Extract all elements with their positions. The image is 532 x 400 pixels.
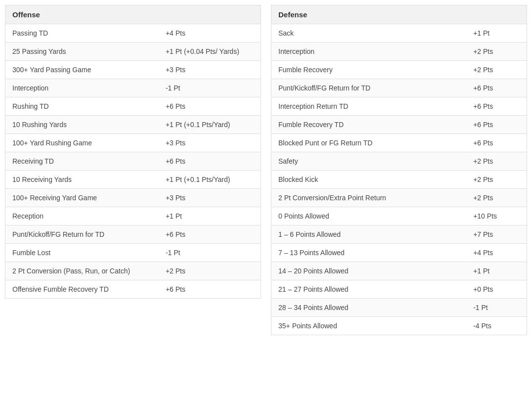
defense-row-value: +6 Pts [466,116,527,134]
defense-row-label: 7 – 13 Points Allowed [271,244,467,262]
offense-row-label: 300+ Yard Passing Game [5,61,159,79]
offense-row-label: 2 Pt Conversion (Pass, Run, or Catch) [5,262,159,280]
table-row: 1 – 6 Points Allowed+7 Pts [271,225,527,244]
offense-row-label: Offensive Fumble Recovery TD [5,280,159,299]
table-row: 25 Passing Yards+1 Pt (+0.04 Pts/ Yards) [5,43,261,61]
table-row: Interception Return TD+6 Pts [271,97,527,116]
offense-row-value: +3 Pts [159,189,261,207]
defense-row-value: +7 Pts [466,225,527,244]
defense-row-label: 1 – 6 Points Allowed [271,225,467,244]
offense-row-label: Receiving TD [5,152,159,171]
defense-row-label: 21 – 27 Points Allowed [271,280,467,299]
offense-row-label: Rushing TD [5,97,159,116]
table-row: Sack+1 Pt [271,24,527,43]
defense-row-value: +4 Pts [466,244,527,262]
table-row: Receiving TD+6 Pts [5,152,261,171]
defense-row-label: Interception Return TD [271,97,467,116]
defense-row-label: 2 Pt Conversion/Extra Point Return [271,189,467,207]
table-row: 10 Receiving Yards+1 Pt (+0.1 Pts/Yard) [5,171,261,189]
table-row: 28 – 34 Points Allowed-1 Pt [271,299,527,317]
defense-row-value: +6 Pts [466,97,527,116]
offense-row-value: +1 Pt (+0.1 Pts/Yard) [159,171,261,189]
defense-row-value: +6 Pts [466,79,527,97]
table-row: 14 – 20 Points Allowed+1 Pt [271,262,527,280]
table-row: 100+ Yard Rushing Game+3 Pts [5,134,261,152]
table-row: 21 – 27 Points Allowed+0 Pts [271,280,527,299]
defense-row-label: Blocked Kick [271,171,467,189]
offense-row-label: 10 Receiving Yards [5,171,159,189]
offense-row-value: +4 Pts [159,24,261,43]
offense-row-value: +1 Pt (+0.04 Pts/ Yards) [159,43,261,61]
table-row: Interception+2 Pts [271,43,527,61]
offense-row-label: 25 Passing Yards [5,43,159,61]
table-row: 10 Rushing Yards+1 Pt (+0.1 Pts/Yard) [5,116,261,134]
table-row: Blocked Kick+2 Pts [271,171,527,189]
offense-row-label: 100+ Receiving Yard Game [5,189,159,207]
table-row: Passing TD+4 Pts [5,24,261,43]
defense-header: Defense [271,5,527,24]
table-row: Blocked Punt or FG Return TD+6 Pts [271,134,527,152]
defense-row-label: Safety [271,152,467,171]
offense-row-value: -1 Pt [159,79,261,97]
scoring-tables-container: Offense Passing TD+4 Pts25 Passing Yards… [5,5,527,335]
defense-row-value: +2 Pts [466,171,527,189]
offense-row-value: +6 Pts [159,152,261,171]
table-row: 300+ Yard Passing Game+3 Pts [5,61,261,79]
defense-row-label: Blocked Punt or FG Return TD [271,134,467,152]
offense-row-label: Passing TD [5,24,159,43]
offense-table: Offense Passing TD+4 Pts25 Passing Yards… [5,5,261,299]
defense-row-label: Punt/Kickoff/FG Return for TD [271,79,467,97]
offense-row-label: Reception [5,207,159,225]
offense-row-label: 10 Rushing Yards [5,116,159,134]
table-row: 0 Points Allowed+10 Pts [271,207,527,225]
defense-row-value: +1 Pt [466,24,527,43]
table-row: Punt/Kickoff/FG Return for TD+6 Pts [5,225,261,244]
defense-row-value: +2 Pts [466,152,527,171]
offense-row-value: -1 Pt [159,244,261,262]
offense-header: Offense [5,5,261,24]
defense-row-label: 28 – 34 Points Allowed [271,299,467,317]
table-row: Reception+1 Pt [5,207,261,225]
table-row: Offensive Fumble Recovery TD+6 Pts [5,280,261,299]
offense-row-label: Fumble Lost [5,244,159,262]
defense-row-value: +10 Pts [466,207,527,225]
offense-row-value: +1 Pt (+0.1 Pts/Yard) [159,116,261,134]
offense-row-value: +3 Pts [159,61,261,79]
offense-row-value: +6 Pts [159,225,261,244]
offense-row-label: Punt/Kickoff/FG Return for TD [5,225,159,244]
defense-row-value: +2 Pts [466,43,527,61]
table-row: 35+ Points Allowed-4 Pts [271,317,527,335]
defense-row-value: +2 Pts [466,189,527,207]
defense-row-label: Fumble Recovery [271,61,467,79]
defense-row-value: +2 Pts [466,61,527,79]
table-row: Interception-1 Pt [5,79,261,97]
offense-row-label: 100+ Yard Rushing Game [5,134,159,152]
offense-row-value: +1 Pt [159,207,261,225]
table-row: Fumble Recovery+2 Pts [271,61,527,79]
table-row: 2 Pt Conversion/Extra Point Return+2 Pts [271,189,527,207]
offense-row-value: +6 Pts [159,280,261,299]
defense-row-value: +0 Pts [466,280,527,299]
defense-row-label: 0 Points Allowed [271,207,467,225]
table-row: 2 Pt Conversion (Pass, Run, or Catch)+2 … [5,262,261,280]
defense-row-value: +6 Pts [466,134,527,152]
defense-row-label: Fumble Recovery TD [271,116,467,134]
defense-row-label: 14 – 20 Points Allowed [271,262,467,280]
offense-row-value: +3 Pts [159,134,261,152]
defense-row-label: Interception [271,43,467,61]
table-row: Rushing TD+6 Pts [5,97,261,116]
offense-row-label: Interception [5,79,159,97]
defense-row-value: +1 Pt [466,262,527,280]
table-row: Punt/Kickoff/FG Return for TD+6 Pts [271,79,527,97]
defense-row-label: 35+ Points Allowed [271,317,467,335]
table-row: Fumble Recovery TD+6 Pts [271,116,527,134]
defense-row-label: Sack [271,24,467,43]
table-row: Safety+2 Pts [271,152,527,171]
defense-row-value: -1 Pt [466,299,527,317]
defense-row-value: -4 Pts [466,317,527,335]
table-row: 100+ Receiving Yard Game+3 Pts [5,189,261,207]
table-row: Fumble Lost-1 Pt [5,244,261,262]
table-row: 7 – 13 Points Allowed+4 Pts [271,244,527,262]
offense-row-value: +6 Pts [159,97,261,116]
offense-row-value: +2 Pts [159,262,261,280]
